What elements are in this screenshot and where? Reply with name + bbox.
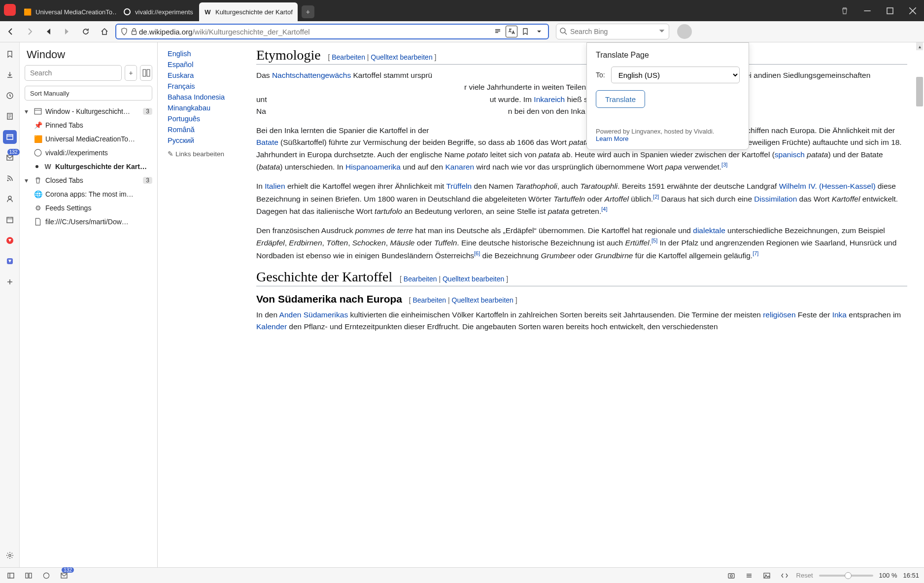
slider-knob[interactable] (845, 572, 852, 579)
add-panel-icon[interactable] (3, 275, 17, 289)
wiki-link[interactable]: Inkareich (534, 95, 565, 103)
edit-source-link[interactable]: Quelltext bearbeiten (452, 296, 513, 304)
window-panel-icon[interactable] (3, 130, 17, 144)
ref-link[interactable]: [3] (721, 162, 727, 168)
edit-link[interactable]: Bearbeiten (412, 296, 446, 304)
wiki-link[interactable]: Nachtschattengewächs (272, 71, 351, 79)
translate-icon[interactable] (506, 26, 517, 37)
ref-link[interactable]: [2] (653, 194, 659, 200)
ref-link[interactable]: [7] (753, 250, 758, 256)
mail-status-icon[interactable]: 132 (58, 570, 70, 582)
scroll-thumb[interactable] (916, 77, 923, 106)
feeds-panel-icon[interactable] (3, 171, 17, 185)
tree-closed-item[interactable]: file:///C:/Users/marti/Dow… (23, 215, 154, 229)
maximize-button[interactable] (879, 0, 901, 21)
tree-closed-item[interactable]: 🌐 Corona apps: The most im… (23, 187, 154, 201)
translate-language-select[interactable]: English (US) (611, 67, 740, 83)
wiki-link[interactable]: Dissimilation (754, 195, 797, 203)
lang-link[interactable]: Minangkabau (168, 103, 246, 113)
panel-toggle-icon[interactable] (5, 570, 17, 582)
lang-link[interactable]: Русский (168, 135, 246, 146)
panel-layout-button[interactable] (140, 65, 152, 81)
wiki-link[interactable]: Anden Südamerikas (279, 310, 348, 319)
zoom-slider[interactable] (819, 575, 873, 577)
search-input[interactable] (570, 28, 658, 35)
closed-tabs-trash-icon[interactable] (833, 0, 856, 21)
vivaldi-web-panel-icon[interactable] (3, 234, 17, 247)
lang-link[interactable]: Euskara (168, 70, 246, 81)
lang-link[interactable]: Bahasa Indonesia (168, 92, 246, 103)
search-dropdown-icon[interactable] (658, 27, 666, 36)
notes-panel-icon[interactable] (3, 109, 17, 123)
wiki-link[interactable]: Kalender (256, 322, 287, 331)
lang-link[interactable]: Português (168, 113, 246, 124)
new-tab-button[interactable]: + (302, 5, 314, 18)
contacts-panel-icon[interactable] (3, 192, 17, 206)
tree-pinned-tabs[interactable]: 📌 Pinned Tabs (23, 118, 154, 132)
minimize-button[interactable] (856, 0, 879, 21)
wiki-link[interactable]: Kanaren (445, 163, 474, 171)
tree-closed-item[interactable]: ⚙ Feeds Settings (23, 201, 154, 215)
wiki-link[interactable]: Hispanoamerika (345, 163, 401, 171)
wiki-link[interactable]: religiösen (763, 310, 795, 319)
tree-tab-item[interactable]: 🟧 Universal MediaCreationTo… (23, 132, 154, 146)
edit-links[interactable]: ✎ Links bearbeiten (168, 150, 246, 158)
tree-tab-item-active[interactable]: W Kulturgeschichte der Kart… (23, 160, 154, 173)
sort-dropdown[interactable]: Sort Manually (25, 86, 152, 101)
wiki-link[interactable]: dialektale (693, 226, 725, 235)
lang-link[interactable]: English (168, 48, 246, 59)
edit-source-link[interactable]: Quelltext bearbeiten (443, 275, 504, 283)
history-panel-icon[interactable] (3, 89, 17, 103)
tree-window-group[interactable]: ▾ Window - Kulturgeschicht… 3 (23, 104, 154, 118)
vertical-scrollbar[interactable]: ▴ (916, 42, 923, 567)
tab-1[interactable]: 🟧 Universal MediaCreationTo… (19, 2, 117, 21)
lock-icon[interactable] (129, 28, 139, 35)
lang-link[interactable]: Română (168, 124, 246, 135)
wiki-link[interactable]: Wilhelm IV. (Hessen-Kassel) (779, 182, 876, 190)
edit-link[interactable]: Bearbeiten (332, 53, 365, 61)
clock[interactable]: 16:51 (903, 572, 919, 579)
wiki-link[interactable]: Inka (832, 310, 847, 319)
zoom-reset[interactable]: Reset (796, 572, 813, 579)
panel-search-input[interactable] (25, 65, 122, 81)
calendar-panel-icon[interactable] (3, 213, 17, 227)
scroll-up-arrow[interactable]: ▴ (916, 42, 923, 50)
tree-closed-tabs[interactable]: ▾ Closed Tabs 3 (23, 173, 154, 187)
profile-avatar[interactable] (677, 24, 692, 39)
forward-button[interactable] (22, 24, 37, 39)
ref-link[interactable]: [5] (651, 238, 657, 243)
edit-link[interactable]: Bearbeiten (404, 275, 437, 283)
shield-icon[interactable] (119, 28, 129, 35)
image-toggle-icon[interactable] (761, 570, 773, 582)
sync-icon[interactable] (40, 570, 52, 582)
bookmark-icon[interactable] (519, 26, 531, 37)
tab-2[interactable]: vivaldi://experiments (118, 2, 198, 21)
page-actions-icon[interactable] (743, 570, 755, 582)
home-button[interactable] (97, 24, 112, 39)
tab-3-active[interactable]: W Kulturgeschichte der Kartof (199, 2, 298, 21)
edit-source-link[interactable]: Quelltext bearbeiten (371, 53, 432, 61)
ref-link[interactable]: [4] (601, 206, 607, 212)
search-field[interactable] (556, 24, 669, 39)
rewind-button[interactable] (40, 24, 56, 39)
translate-button[interactable]: Translate (596, 90, 645, 108)
lang-link[interactable]: Français (168, 81, 246, 92)
capture-icon[interactable] (725, 570, 737, 582)
wiki-link[interactable]: Italien (265, 182, 285, 190)
ref-link[interactable]: [6] (474, 250, 480, 256)
downloads-panel-icon[interactable] (3, 68, 17, 82)
wiki-link[interactable]: Trüffeln (446, 182, 472, 190)
fast-forward-button[interactable] (59, 24, 75, 39)
reload-button[interactable] (78, 24, 94, 39)
web-panel-icon[interactable] (3, 254, 17, 268)
tiling-icon[interactable] (23, 570, 34, 582)
wiki-link[interactable]: Batate (256, 138, 278, 146)
bookmarks-panel-icon[interactable] (3, 47, 17, 61)
reader-mode-icon[interactable] (492, 26, 504, 37)
url-field[interactable]: de.wikipedia.org/wiki/Kulturgeschichte_d… (115, 24, 549, 39)
learn-more-link[interactable]: Learn More (596, 135, 628, 142)
back-button[interactable] (3, 24, 19, 39)
panel-add-button[interactable]: + (125, 65, 137, 81)
mail-panel-icon[interactable]: 132 (3, 151, 17, 165)
tree-tab-item[interactable]: vivaldi://experiments (23, 146, 154, 160)
